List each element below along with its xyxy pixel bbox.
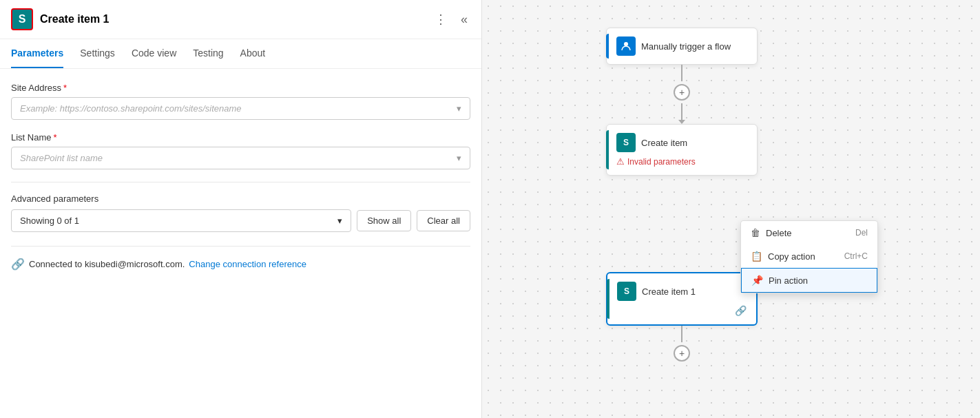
context-menu: 🗑 Delete Del 📋 Copy action Ctrl+C 📌 Pin … (740, 220, 878, 293)
delete-icon: 🗑 (751, 227, 760, 238)
change-connection-link[interactable]: Change connection reference (189, 259, 306, 269)
create-item-bar (606, 130, 609, 169)
connector-line-3 (681, 326, 682, 342)
create-item-1-bar (607, 279, 609, 319)
trigger-node-icon (616, 36, 636, 56)
copy-icon: 📋 (751, 251, 762, 262)
list-name-chevron: ▾ (457, 153, 461, 163)
site-address-field: Site Address * Example: https://contoso.… (11, 83, 470, 120)
advanced-params-label: Advanced parameters (11, 194, 470, 204)
collapse-panel-button[interactable]: « (458, 10, 470, 30)
advanced-params-select[interactable]: Showing 0 of 1 ▾ (11, 209, 351, 232)
connector-2: + (674, 326, 690, 364)
svg-point-0 (624, 42, 628, 46)
list-name-placeholder: SharePoint list name (20, 153, 103, 163)
menu-item-delete[interactable]: 🗑 Delete Del (741, 221, 877, 244)
link-icon: 🔗 (735, 305, 747, 316)
tab-codeview[interactable]: Code view (132, 39, 176, 68)
tabs: Parameters Settings Code view Testing Ab… (0, 39, 481, 69)
tab-settings[interactable]: Settings (80, 39, 115, 68)
delete-shortcut: Del (855, 228, 868, 238)
connection-icon: 🔗 (11, 258, 25, 271)
pin-label: Pin action (769, 275, 808, 286)
copy-label: Copy action (768, 251, 815, 262)
create-item-node[interactable]: S Create item ⚠ Invalid parameters (606, 124, 758, 176)
invalid-params-label: Invalid parameters (627, 157, 696, 167)
form-area: Site Address * Example: https://contoso.… (0, 69, 481, 418)
create-item-1-node[interactable]: S Create item 1 🔗 (606, 272, 758, 326)
list-name-label: List Name * (11, 132, 470, 143)
sp-icon: S (11, 8, 33, 30)
create-item-1-header: S Create item 1 (617, 282, 747, 301)
divider-1 (11, 182, 470, 182)
connector-line-1 (681, 65, 682, 81)
advanced-params-row: Showing 0 of 1 ▾ Show all Clear all (11, 209, 470, 232)
flow-canvas: Manually trigger a flow + S Create item … (606, 28, 758, 364)
connector-line-2 (681, 103, 682, 120)
required-star-list: * (54, 132, 57, 143)
site-address-placeholder: Example: https://contoso.sharepoint.com/… (20, 103, 242, 114)
site-address-select[interactable]: Example: https://contoso.sharepoint.com/… (11, 97, 470, 120)
create-item-1-icon: S (617, 282, 636, 301)
site-address-chevron: ▾ (457, 103, 461, 114)
create-item-title: Create item (641, 138, 687, 148)
menu-item-pin[interactable]: 📌 Pin action (741, 268, 877, 293)
add-below-button[interactable]: + (674, 345, 690, 362)
add-between-button-1[interactable]: + (674, 84, 690, 101)
create-item-icon: S (616, 133, 636, 152)
trigger-node-bar (606, 34, 609, 59)
advanced-chevron: ▾ (337, 216, 342, 226)
tab-about[interactable]: About (240, 39, 266, 68)
tab-testing[interactable]: Testing (193, 39, 223, 68)
show-all-button[interactable]: Show all (357, 210, 411, 231)
connection-text: Connected to kisubedi@microsoft.com. (29, 259, 185, 269)
trigger-node-header: Manually trigger a flow (616, 36, 747, 56)
menu-item-copy[interactable]: 📋 Copy action Ctrl+C (741, 244, 877, 268)
invalid-params-row: ⚠ Invalid parameters (616, 156, 747, 167)
create-item-header: S Create item (616, 133, 747, 152)
advanced-params-value: Showing 0 of 1 (20, 216, 79, 226)
connection-row: 🔗 Connected to kisubedi@microsoft.com. C… (11, 246, 470, 271)
delete-label: Delete (766, 228, 792, 238)
trigger-node-title: Manually trigger a flow (641, 41, 731, 52)
panel-title-area: S Create item 1 (11, 8, 110, 30)
advanced-params-section: Advanced parameters Showing 0 of 1 ▾ Sho… (11, 194, 470, 232)
list-name-field: List Name * SharePoint list name ▾ (11, 132, 470, 169)
panel-header: S Create item 1 ⋮ « (0, 0, 481, 39)
connector-1: + (674, 65, 690, 124)
site-address-label: Site Address * (11, 83, 470, 93)
left-panel: S Create item 1 ⋮ « Parameters Settings … (0, 0, 482, 418)
required-star: * (63, 83, 67, 93)
canvas-panel: Manually trigger a flow + S Create item … (482, 0, 980, 418)
tab-parameters[interactable]: Parameters (11, 39, 63, 68)
warning-icon: ⚠ (616, 156, 625, 167)
create-item-1-title: Create item 1 (642, 286, 696, 297)
pin-icon: 📌 (751, 275, 763, 286)
trigger-node[interactable]: Manually trigger a flow (606, 28, 758, 65)
copy-shortcut: Ctrl+C (844, 251, 868, 261)
more-options-button[interactable]: ⋮ (432, 9, 450, 30)
panel-header-actions: ⋮ « (432, 9, 470, 30)
list-name-select[interactable]: SharePoint list name ▾ (11, 147, 470, 169)
panel-title: Create item 1 (40, 13, 110, 25)
clear-all-button[interactable]: Clear all (417, 210, 470, 231)
